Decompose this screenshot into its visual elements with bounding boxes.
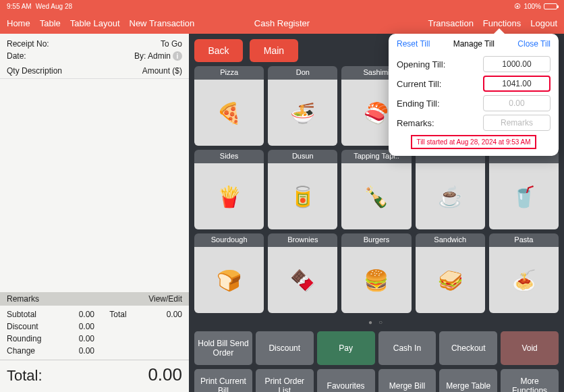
receipt-no-label: Receipt No:: [7, 38, 49, 50]
more-functions-button[interactable]: More Functions: [501, 369, 559, 392]
merge-table-button[interactable]: Merge Table: [439, 369, 497, 392]
page-indicator: ● ○: [194, 318, 559, 326]
main-button[interactable]: Main: [250, 39, 298, 62]
menu-label: Pasta: [489, 233, 559, 247]
menu-item-burgers[interactable]: Burgers🍔: [341, 233, 411, 313]
checkout-button[interactable]: Checkout: [439, 331, 497, 365]
till-started-note: Till started at Aug 28, 2024 at 9:53 AM: [411, 135, 536, 149]
battery-icon: [544, 3, 557, 9]
nav-new-transaction[interactable]: New Transaction: [130, 18, 195, 28]
by-label: By: Admin: [134, 50, 171, 62]
menu-label: Burgers: [341, 233, 411, 247]
menu-label: Dusun: [268, 150, 337, 163]
menu-item-sandwich[interactable]: Sandwich🥪: [416, 233, 485, 313]
ending-till-label: Ending Till:: [397, 99, 440, 109]
nav-bar: HomeTableTable LayoutNew Transaction Cas…: [0, 12, 564, 34]
menu-label: Brownies: [268, 233, 337, 247]
void-button[interactable]: Void: [501, 331, 559, 365]
info-icon[interactable]: i: [173, 51, 182, 61]
hold-bill-send-order-button[interactable]: Hold Bill Send Order: [194, 331, 252, 365]
menu-item-sides[interactable]: Sides🍟: [194, 150, 264, 229]
print-current-bill-button[interactable]: Print Current Bill: [194, 369, 252, 392]
menu-image: 🥤: [489, 163, 559, 229]
nav-title: Cash Register: [254, 18, 310, 28]
menu-image: 🍔: [341, 247, 411, 313]
menu-label: Sides: [194, 150, 264, 163]
amount-header: Amount ($): [142, 66, 182, 76]
total-value: 0.00: [148, 364, 182, 385]
merge-bill-button[interactable]: Merge Bill: [378, 369, 436, 392]
total-row: Subtotal0.00Total0.00: [7, 308, 182, 320]
menu-item-item[interactable]: ☕: [416, 150, 485, 229]
menu-image: 🍞: [194, 247, 264, 313]
total-row: Rounding0.00: [7, 333, 182, 345]
menu-image: 🍫: [268, 247, 337, 313]
menu-image: 🍕: [194, 80, 264, 146]
reset-till-tab[interactable]: Reset Till: [397, 39, 430, 49]
menu-label: Sandwich: [416, 233, 485, 247]
menu-image: 🍜: [268, 80, 337, 146]
menu-image: 🍝: [489, 247, 559, 313]
menu-item-sourdough[interactable]: Sourdough🍞: [194, 233, 264, 313]
wifi-icon: ⦿: [514, 3, 521, 10]
menu-image: 🍾: [341, 163, 411, 229]
status-bar: 9:55 AM Wed Aug 28 ⦿ 100%: [0, 0, 564, 12]
total-row: Change0.00: [7, 345, 182, 357]
nav-logout[interactable]: Logout: [530, 18, 557, 28]
menu-item-don[interactable]: Don🍜: [268, 66, 337, 146]
nav-home[interactable]: Home: [7, 18, 30, 28]
date-label: Date:: [7, 50, 26, 62]
menu-item-pizza[interactable]: Pizza🍕: [194, 66, 264, 146]
view-edit-link[interactable]: View/Edit: [148, 294, 182, 304]
battery-pct: 100%: [524, 3, 541, 10]
pay-button[interactable]: Pay: [317, 331, 375, 365]
menu-image: 🥫: [268, 163, 337, 229]
menu-label: Pizza: [194, 66, 264, 80]
status-date: Wed Aug 28: [36, 3, 72, 10]
menu-item-tapping-tapi-[interactable]: Tapping Tapi..🍾: [341, 150, 411, 229]
receipt-lines: [0, 79, 189, 292]
menu-item-dusun[interactable]: Dusun🥫: [268, 150, 337, 229]
cash-in-button[interactable]: Cash In: [378, 331, 436, 365]
nav-transaction[interactable]: Transaction: [428, 18, 473, 28]
nav-table[interactable]: Table: [40, 18, 61, 28]
menu-item-brownies[interactable]: Brownies🍫: [268, 233, 337, 313]
favourites-button[interactable]: Favourites: [317, 369, 375, 392]
current-till-label: Current Till:: [397, 79, 441, 89]
manage-till-tab[interactable]: Manage Till: [453, 39, 495, 49]
opening-till-label: Opening Till:: [397, 59, 445, 69]
nav-functions[interactable]: Functions: [483, 18, 521, 28]
menu-item-item[interactable]: 🥤: [489, 150, 559, 229]
opening-till-input[interactable]: [483, 56, 551, 72]
back-button[interactable]: Back: [194, 39, 243, 62]
menu-label: Don: [268, 66, 337, 80]
menu-image: ☕: [416, 163, 485, 229]
close-till-tab[interactable]: Close Till: [517, 39, 551, 49]
menu-label: Sourdough: [194, 233, 264, 247]
ending-till-input[interactable]: [483, 95, 551, 111]
receipt-panel: Receipt No: To Go Date: By: Admin i Qty …: [0, 34, 189, 392]
total-row: Discount0.00: [7, 320, 182, 333]
menu-image: 🍟: [194, 163, 264, 229]
current-till-input[interactable]: [483, 76, 551, 92]
discount-button[interactable]: Discount: [256, 331, 314, 365]
total-label: Total:: [7, 367, 43, 385]
remarks-label: Remarks: [7, 294, 39, 304]
remarks-field-label: Remarks:: [397, 118, 434, 128]
remarks-input[interactable]: [483, 115, 551, 131]
nav-table-layout[interactable]: Table Layout: [70, 18, 120, 28]
till-popover: Reset Till Manage Till Close Till Openin…: [389, 34, 559, 156]
status-time: 9:55 AM: [7, 3, 32, 10]
receipt-type: To Go: [161, 38, 182, 50]
menu-item-pasta[interactable]: Pasta🍝: [489, 233, 559, 313]
qty-desc-header: Qty Description: [7, 66, 62, 76]
menu-image: 🥪: [416, 247, 485, 313]
print-order-list-button[interactable]: Print Order List: [256, 369, 314, 392]
